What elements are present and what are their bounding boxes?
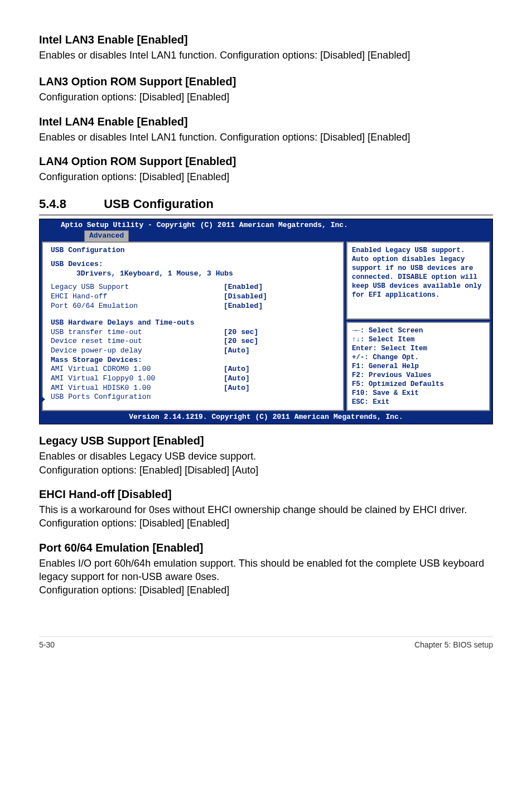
bios-label-reset-timeout: Device reset time-out	[51, 337, 224, 346]
bios-row-ehci[interactable]: EHCI Hand-off [Disabled]	[51, 292, 338, 302]
bios-value-floppy0: [Auto]	[224, 374, 250, 384]
chapter-label: Chapter 5: BIOS setup	[414, 640, 493, 649]
text-legacy-usb: Enables or disables Legacy USB device su…	[39, 450, 493, 477]
bios-value-powerup-delay: [Auto]	[224, 346, 250, 356]
bios-value-port6064: [Enabled]	[224, 302, 263, 311]
submenu-arrow-icon	[42, 397, 45, 402]
bios-nav-line: F10: Save & Exit	[352, 389, 486, 398]
text-intel-lan3-enable: Enables or disables Intel LAN1 function.…	[39, 49, 493, 62]
bios-usb-devices-value: 3Drivers, 1Keyboard, 1 Mouse, 3 Hubs	[51, 269, 338, 279]
text-port-6064-l2: Configuration options: [Disabled] [Enabl…	[39, 584, 229, 596]
bios-row-cdrom0[interactable]: AMI Virtual CDROM0 1.00 [Auto]	[51, 365, 338, 374]
bios-heading-mass-storage: Mass Storage Devices:	[51, 356, 338, 365]
bios-usb-devices-label: USB Devices:	[51, 260, 338, 269]
bios-value-ehci: [Disabled]	[224, 292, 267, 302]
text-lan3-option-rom: Configuration options: [Disabled] [Enabl…	[39, 90, 493, 104]
text-legacy-usb-l1: Enables or disables Legacy USB device su…	[39, 451, 256, 462]
heading-intel-lan4-enable: Intel LAN4 Enable [Enabled]	[39, 115, 493, 128]
heading-port-6064: Port 60/64 Emulation [Enabled]	[39, 542, 493, 554]
bios-nav-line: →←: Select Screen	[352, 326, 486, 335]
section-title-text: USB Configuration	[104, 197, 214, 211]
bios-row-powerup-delay[interactable]: Device power-up delay [Auto]	[51, 346, 338, 356]
bios-label-transfer-timeout: USB transfer time-out	[51, 328, 224, 337]
bios-label-powerup-delay: Device power-up delay	[51, 346, 224, 356]
bios-value-reset-timeout: [20 sec]	[224, 337, 258, 346]
bios-value-transfer-timeout: [20 sec]	[224, 328, 258, 337]
bios-nav-line: F2: Previous Values	[352, 371, 486, 380]
heading-intel-lan3-enable: Intel LAN3 Enable [Enabled]	[39, 33, 493, 46]
bios-value-hdisk0: [Auto]	[224, 384, 250, 393]
bios-row-legacy-usb[interactable]: Legacy USB Support [Enabled]	[51, 283, 338, 292]
bios-help-text: Enabled Legacy USB support. Auto option …	[346, 241, 490, 319]
bios-nav-line: +/-: Change Opt.	[352, 353, 486, 362]
text-port-6064-l1: Enables I/O port 60h/64h emulation suppo…	[39, 558, 484, 582]
bios-label-ehci: EHCI Hand-off	[51, 292, 224, 302]
section-number: 5.4.8	[39, 197, 100, 211]
bios-row-port6064[interactable]: Port 60/64 Emulation [Enabled]	[51, 302, 338, 311]
section-rule	[39, 215, 493, 215]
heading-ehci-handoff: EHCI Hand-off [Disabled]	[39, 488, 493, 501]
bios-help-panel: Enabled Legacy USB support. Auto option …	[346, 241, 490, 410]
text-port-6064: Enables I/O port 60h/64h emulation suppo…	[39, 557, 493, 597]
page-footer: 5-30 Chapter 5: BIOS setup	[39, 636, 493, 649]
bios-nav-line: ↑↓: Select Item	[352, 335, 486, 344]
bios-value-legacy-usb: [Enabled]	[224, 283, 263, 292]
bios-row-floppy0[interactable]: AMI Virtual Floppy0 1.00 [Auto]	[51, 374, 338, 384]
bios-main-panel: USB Configuration USB Devices: 3Drivers,…	[42, 241, 344, 410]
heading-lan3-option-rom: LAN3 Option ROM Support [Enabled]	[39, 75, 493, 88]
bios-tab-row: Advanced	[40, 230, 492, 242]
section-heading-usb-configuration: 5.4.8 USB Configuration	[39, 197, 493, 211]
bios-label-hdisk0: AMI Virtual HDISK0 1.00	[51, 384, 224, 393]
bios-value-cdrom0: [Auto]	[224, 365, 250, 374]
bios-footer: Version 2.14.1219. Copyright (C) 2011 Am…	[40, 411, 492, 424]
page-number: 5-30	[39, 640, 55, 649]
bios-label-legacy-usb: Legacy USB Support	[51, 283, 224, 292]
text-legacy-usb-l2: Configuration options: [Enabled] [Disabl…	[39, 465, 258, 476]
bios-label-floppy0: AMI Virtual Floppy0 1.00	[51, 374, 224, 384]
bios-row-reset-timeout[interactable]: Device reset time-out [20 sec]	[51, 337, 338, 346]
bios-screenshot: Aptio Setup Utility - Copyright (C) 2011…	[39, 219, 493, 424]
bios-header: Aptio Setup Utility - Copyright (C) 2011…	[40, 219, 492, 230]
bios-nav-help: →←: Select Screen ↑↓: Select Item Enter:…	[346, 322, 490, 411]
text-intel-lan4-enable: Enables or disables Intel LAN1 function.…	[39, 131, 493, 144]
bios-nav-line: F5: Optimized Defaults	[352, 380, 486, 389]
bios-nav-line: Enter: Select Item	[352, 344, 486, 353]
bios-heading-hardware-delays: USB Hardware Delays and Time-outs	[51, 318, 338, 328]
bios-nav-line: ESC: Exit	[352, 398, 486, 407]
bios-tab-advanced[interactable]: Advanced	[84, 230, 129, 242]
bios-nav-line: F1: General Help	[352, 362, 486, 371]
bios-row-hdisk0[interactable]: AMI Virtual HDISK0 1.00 [Auto]	[51, 384, 338, 393]
heading-lan4-option-rom: LAN4 Option ROM Support [Enabled]	[39, 155, 493, 168]
bios-submenu-usb-ports[interactable]: USB Ports Configuration	[51, 393, 338, 402]
bios-row-transfer-timeout[interactable]: USB transfer time-out [20 sec]	[51, 328, 338, 337]
text-ehci-handoff: This is a workaround for 0ses without EH…	[39, 503, 493, 530]
text-lan4-option-rom: Configuration options: [Disabled] [Enabl…	[39, 170, 493, 183]
bios-title-usb-configuration: USB Configuration	[51, 246, 338, 255]
bios-label-cdrom0: AMI Virtual CDROM0 1.00	[51, 365, 224, 374]
bios-label-port6064: Port 60/64 Emulation	[51, 302, 224, 311]
heading-legacy-usb: Legacy USB Support [Enabled]	[39, 434, 493, 447]
